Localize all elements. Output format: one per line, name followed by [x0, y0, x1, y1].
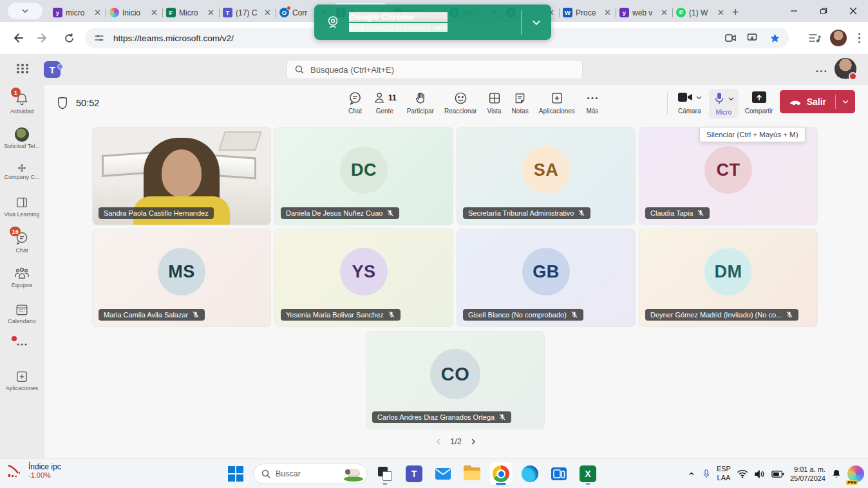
camera-button[interactable]: Cámara: [677, 89, 703, 115]
toolbar-view-button[interactable]: Vista: [487, 90, 502, 115]
browser-tab[interactable]: Inicio ✕: [106, 3, 162, 22]
task-view-button[interactable]: [373, 462, 397, 485]
tab-close-icon[interactable]: ✕: [150, 8, 158, 17]
tab-close-icon[interactable]: ✕: [717, 8, 725, 17]
camera-allowed-icon[interactable]: [723, 30, 739, 46]
tab-close-icon[interactable]: ✕: [93, 8, 102, 17]
sidebar-item-chat[interactable]: 16 Chat: [0, 230, 44, 254]
browser-tab[interactable]: T (17) C ✕: [219, 3, 276, 22]
participant-tile[interactable]: CO Carlos Andres Diaz Granados Ortega: [366, 331, 545, 429]
start-button[interactable]: [224, 462, 247, 485]
teams-header-more-icon[interactable]: ...: [816, 63, 828, 75]
taskbar-teams-icon[interactable]: T: [402, 462, 426, 485]
wifi-icon[interactable]: [737, 469, 748, 478]
back-button[interactable]: [8, 28, 27, 48]
browser-tab[interactable]: y web v ✕: [616, 3, 672, 22]
forward-button[interactable]: [33, 28, 53, 48]
toolbar-notes-button[interactable]: Notas: [512, 90, 529, 115]
new-tab-button[interactable]: +: [726, 3, 744, 21]
camera-usage-notification[interactable]: Google Chrome está usando la cámara web: [314, 5, 551, 40]
app-launcher-icon[interactable]: [17, 64, 29, 73]
tab-close-icon[interactable]: ✕: [660, 8, 668, 17]
notification-expand-icon[interactable]: [522, 17, 551, 28]
notification-bell-icon[interactable]: [831, 468, 842, 480]
browser-profile-avatar[interactable]: [830, 30, 847, 46]
taskbar-search-input[interactable]: Buscar: [253, 464, 368, 484]
calendar-icon: [15, 303, 29, 317]
media-controls-icon[interactable]: [808, 32, 821, 44]
browser-tab[interactable]: y micro ✕: [49, 3, 106, 22]
page-indicator: 1/2: [450, 436, 462, 446]
tray-chevron-icon[interactable]: [687, 471, 696, 477]
window-close-button[interactable]: [838, 0, 868, 22]
flower-icon: [17, 164, 26, 173]
battery-icon[interactable]: [771, 470, 784, 478]
chevron-down-icon[interactable]: [695, 94, 703, 101]
sidebar-item-viva-learning[interactable]: Viva Learning: [0, 196, 44, 218]
leave-button[interactable]: Salir: [780, 90, 855, 113]
participant-tile[interactable]: DM Deyner Gómez Madrid (Invitado) (No co…: [639, 229, 818, 327]
toolbar-apps-button[interactable]: Aplicaciones: [539, 90, 575, 115]
toolbar-more-button[interactable]: Más: [585, 90, 599, 115]
tray-mic-icon[interactable]: [702, 468, 711, 480]
browser-menu-icon[interactable]: [856, 30, 863, 46]
window-minimize-button[interactable]: [779, 0, 809, 22]
clock[interactable]: 9:01 a. m.25/07/2024: [790, 465, 826, 483]
volume-icon[interactable]: [754, 469, 766, 479]
toolbar-react-button[interactable]: Reaccionar: [444, 90, 477, 115]
sidebar-item-aplicaciones[interactable]: Aplicaciones: [0, 370, 44, 392]
teams-search-input[interactable]: Búsqueda (Ctrl+Alt+E): [287, 60, 583, 79]
sidebar-item-actividad[interactable]: 1 Actividad: [0, 91, 44, 115]
participant-tile[interactable]: YS Yesenia Maria Bolivar Sanchez: [274, 229, 453, 327]
browser-tab[interactable]: W Proce ✕: [559, 3, 616, 22]
toolbar-people-button[interactable]: 11 Gente: [373, 90, 397, 115]
browser-tab[interactable]: F Micro ✕: [162, 3, 219, 22]
participant-tile[interactable]: SA Secretaría Tribunal Administrativo: [457, 127, 636, 225]
notification-title: Google Chrome: [349, 12, 448, 22]
taskbar-excel-icon[interactable]: X: [576, 462, 599, 485]
ceiling-vent: [218, 131, 262, 151]
taskbar-chrome-icon[interactable]: [489, 462, 513, 485]
sidebar-item-more[interactable]: [0, 341, 44, 348]
participant-tile[interactable]: MS Maria Camila Avila Salazar: [92, 229, 271, 327]
toolbar-chat-button[interactable]: Chat: [348, 90, 363, 115]
teams-logo-icon: T: [44, 61, 61, 78]
taskbar-mail-icon[interactable]: [431, 462, 455, 485]
site-controls-icon[interactable]: [91, 30, 107, 46]
sidebar-item-solicitud[interactable]: Solicitud Tel...: [0, 127, 44, 150]
screen-capture-icon[interactable]: [745, 30, 760, 46]
sidebar-item-equipos[interactable]: Equipos: [0, 267, 44, 289]
participant-tile[interactable]: GB Gisell Blanco (No comprobado): [457, 229, 636, 327]
tab-title: Proce: [576, 8, 600, 17]
share-button[interactable]: Compartir: [745, 89, 773, 115]
sidebar-item-company[interactable]: Company C...: [0, 164, 44, 181]
bookmark-star-icon[interactable]: [767, 30, 782, 46]
sidebar-item-calendario[interactable]: Calendario: [0, 303, 44, 325]
taskbar-file-explorer-icon[interactable]: [460, 462, 484, 485]
tab-close-icon[interactable]: ✕: [207, 8, 215, 17]
taskbar-edge-icon[interactable]: [518, 462, 542, 485]
leave-options-chevron[interactable]: [836, 98, 855, 106]
browser-tab[interactable]: ✆ (1) W ✕: [672, 3, 729, 22]
toolbar-raise-hand-button[interactable]: Participar: [407, 90, 434, 115]
page-next-icon[interactable]: [469, 438, 477, 446]
grid-pagination: 1/2: [44, 436, 868, 446]
page-prev-icon[interactable]: [435, 438, 442, 446]
reload-button[interactable]: [59, 28, 79, 48]
yammer-icon: y: [53, 8, 62, 17]
tab-close-icon[interactable]: ✕: [603, 8, 612, 17]
teams-profile-avatar[interactable]: [835, 58, 856, 80]
tab-close-icon[interactable]: ✕: [263, 8, 272, 17]
copilot-icon[interactable]: PRE: [847, 465, 864, 482]
window-restore-button[interactable]: [809, 0, 838, 22]
chevron-down-icon[interactable]: [728, 95, 735, 102]
taskbar-scanner-icon[interactable]: [547, 462, 571, 485]
yammer-icon: y: [619, 8, 629, 17]
tab-search-button[interactable]: [8, 3, 42, 19]
mic-button[interactable]: Micro: [709, 89, 739, 118]
weather-widget[interactable]: Índice ipc -1.00%: [6, 462, 61, 479]
language-indicator[interactable]: ESPLAA: [717, 465, 731, 483]
avatar: YS: [340, 248, 388, 296]
participant-tile[interactable]: DC Daniela De Jesus Nuñez Cuao: [274, 127, 453, 225]
participant-tile-video[interactable]: Sandra Paola Castillo Hernandez: [92, 127, 271, 225]
